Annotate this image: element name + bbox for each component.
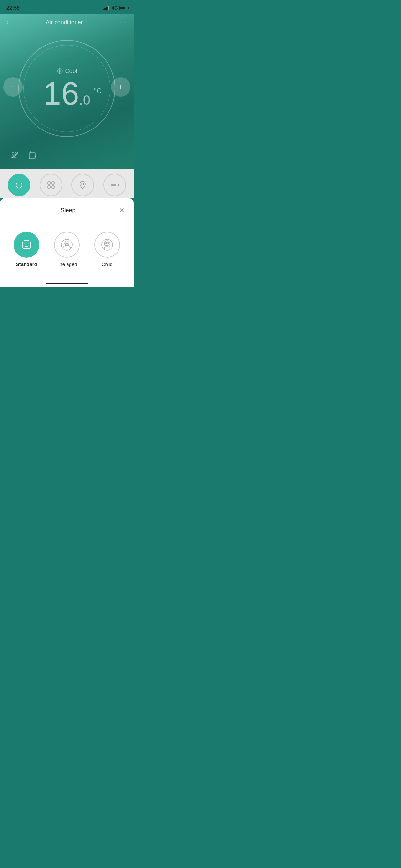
control-bar (0, 169, 134, 198)
temperature-area: − Cool (0, 30, 134, 144)
sleep-modal: Sleep ✕ Standard (0, 198, 134, 287)
sleep-option-aged-label: The aged (57, 261, 77, 267)
sleep-option-standard-icon (13, 232, 39, 258)
page-title: Air conditioner (46, 19, 83, 26)
header: ‹ Air conditioner ··· (0, 14, 134, 30)
sleep-option-standard-label: Standard (16, 261, 37, 267)
temperature-unit: °C (94, 87, 102, 95)
location-button[interactable] (71, 174, 94, 196)
sleep-modal-header: Sleep ✕ (0, 198, 134, 222)
fan-icon[interactable] (10, 150, 20, 162)
sleep-option-standard[interactable]: Standard (13, 232, 39, 267)
svg-rect-13 (29, 153, 35, 159)
battery-icon (120, 6, 127, 10)
power-button[interactable] (8, 174, 30, 196)
svg-point-12 (14, 154, 16, 156)
temperature-display: Cool °C 16.0 (43, 68, 90, 110)
app-container: ‹ Air conditioner ··· − (0, 14, 134, 198)
home-bar (46, 283, 88, 284)
status-bar: 22:59 4G (0, 0, 134, 14)
network-label: 4G (112, 5, 118, 11)
sleep-option-aged-icon (54, 232, 80, 258)
svg-rect-20 (111, 184, 116, 186)
sleep-option-child[interactable]: Child (94, 232, 120, 267)
svg-rect-15 (52, 182, 54, 184)
sleep-options-list: Standard The aged (0, 222, 134, 280)
increase-temperature-button[interactable]: + (111, 77, 130, 97)
svg-rect-14 (48, 182, 50, 184)
svg-rect-16 (48, 186, 50, 188)
temperature-circle: Cool °C 16.0 (19, 40, 115, 137)
svg-point-30 (108, 244, 109, 244)
svg-point-18 (82, 183, 84, 185)
snowflake-icon (57, 68, 63, 74)
sleep-close-button[interactable]: ✕ (118, 205, 126, 215)
status-time: 22:59 (6, 5, 20, 11)
back-button[interactable]: ‹ (6, 18, 9, 27)
more-button[interactable]: ··· (120, 19, 127, 26)
svg-point-27 (102, 239, 113, 250)
home-indicator (0, 280, 134, 287)
svg-point-29 (105, 244, 106, 244)
svg-rect-22 (24, 240, 29, 244)
temperature-value: °C 16.0 (43, 77, 90, 110)
sleep-option-aged[interactable]: The aged (54, 232, 80, 267)
battery-button[interactable] (103, 174, 126, 196)
copy-icon[interactable] (28, 150, 38, 162)
signal-icon (103, 6, 110, 10)
sleep-modal-title: Sleep (18, 207, 118, 214)
sleep-option-child-icon (94, 232, 120, 258)
group-button[interactable] (40, 174, 62, 196)
sleep-option-child-label: Child (102, 261, 113, 267)
status-icons: 4G (103, 5, 127, 11)
bottom-icon-bar (0, 144, 134, 169)
svg-rect-17 (52, 186, 54, 188)
mode-label: Cool (43, 68, 90, 74)
